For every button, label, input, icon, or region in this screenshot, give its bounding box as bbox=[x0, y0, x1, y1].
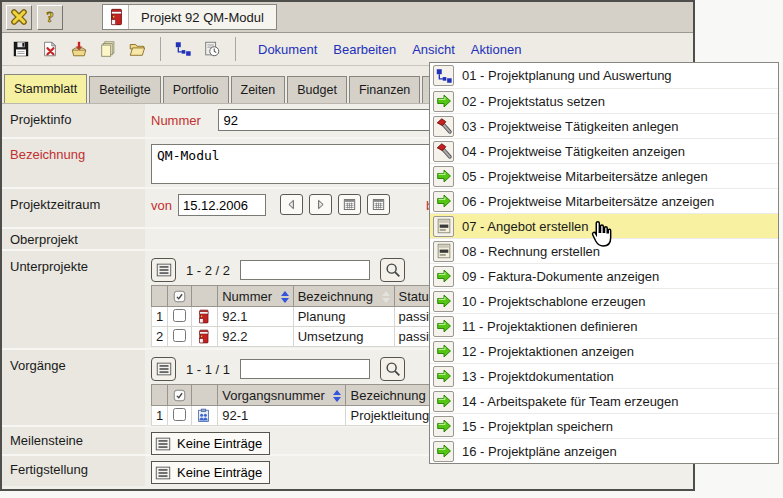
unterprojekte-search-input[interactable] bbox=[240, 260, 370, 280]
vorgaenge-label: Vorgänge bbox=[2, 350, 145, 425]
date-prev-button[interactable] bbox=[280, 194, 303, 215]
menu-ansicht[interactable]: Ansicht bbox=[412, 42, 455, 57]
menu-item-06[interactable]: 06 - Projektweise Mitarbeitersätze anzei… bbox=[430, 188, 778, 213]
fertigstellung-label: Fertigstellung bbox=[2, 456, 145, 486]
delete-document-button[interactable] bbox=[36, 36, 63, 62]
cell-vorgangsnummer[interactable]: 92-1 bbox=[218, 406, 346, 426]
checkbox-header-icon bbox=[172, 388, 187, 403]
tab-portfolio[interactable]: Portfolio bbox=[163, 76, 229, 103]
column-header-nummer[interactable]: Nummer bbox=[218, 286, 293, 307]
history-button[interactable] bbox=[198, 36, 225, 62]
date-next-button[interactable] bbox=[309, 194, 332, 215]
meilensteine-empty-button[interactable]: Keine Einträge bbox=[151, 432, 270, 455]
import-button[interactable] bbox=[65, 36, 92, 62]
close-button[interactable] bbox=[6, 5, 32, 30]
menu-item-label: 13 - Projektdokumentation bbox=[462, 369, 614, 384]
aktionen-dropdown-menu: 01 - Projektplanung und Auswertung 02 - … bbox=[429, 62, 779, 464]
select-all-header[interactable] bbox=[168, 385, 192, 406]
menu-item-07[interactable]: 07 - Angebot erstellen bbox=[430, 213, 778, 238]
menu-item-01[interactable]: 01 - Projektplanung und Auswertung bbox=[430, 63, 778, 88]
copy-icon bbox=[99, 40, 117, 58]
select-all-header[interactable] bbox=[168, 286, 192, 307]
nummer-label: Nummer bbox=[151, 109, 201, 128]
menu-item-13[interactable]: 13 - Projektdokumentation bbox=[430, 363, 778, 388]
save-button[interactable] bbox=[7, 36, 34, 62]
menu-item-12[interactable]: 12 - Projektaktionen anzeigen bbox=[430, 338, 778, 363]
tab-finanzen[interactable]: Finanzen bbox=[349, 76, 420, 103]
row-number: 2 bbox=[152, 327, 168, 347]
cell-nummer[interactable]: 92.2 bbox=[218, 327, 293, 347]
menu-dokument[interactable]: Dokument bbox=[258, 42, 317, 57]
history-icon bbox=[203, 40, 221, 58]
menu-aktionen[interactable]: Aktionen bbox=[471, 42, 522, 57]
vorgaenge-list-button[interactable] bbox=[151, 357, 176, 381]
menu-item-10[interactable]: 10 - Projektschablone erzeugen bbox=[430, 288, 778, 313]
menu-item-label: 03 - Projektweise Tätigkeiten anlegen bbox=[462, 119, 679, 134]
unterprojekte-search-button[interactable] bbox=[380, 258, 405, 282]
menu-bearbeiten[interactable]: Bearbeiten bbox=[333, 42, 396, 57]
green-arrow-icon bbox=[433, 291, 454, 312]
workflow-button[interactable] bbox=[169, 36, 196, 62]
cell-bezeichnung[interactable]: Umsetzung bbox=[293, 327, 394, 347]
arrow-right-icon bbox=[313, 197, 328, 212]
cell-nummer[interactable]: 92.1 bbox=[218, 307, 293, 327]
fertigstellung-empty-button[interactable]: Keine Einträge bbox=[151, 461, 270, 484]
project-binder-icon[interactable] bbox=[192, 327, 218, 347]
row-checkbox[interactable] bbox=[173, 329, 186, 342]
row-checkbox[interactable] bbox=[173, 408, 186, 421]
magnifier-icon bbox=[384, 261, 402, 279]
calendar-button-2[interactable] bbox=[367, 194, 390, 215]
calendar-button-1[interactable] bbox=[338, 194, 361, 215]
green-arrow-icon bbox=[433, 91, 454, 112]
menu-item-label: 05 - Projektweise Mitarbeitersätze anleg… bbox=[462, 169, 708, 184]
menu-item-label: 06 - Projektweise Mitarbeitersätze anzei… bbox=[462, 194, 714, 209]
vorgaenge-search-input[interactable] bbox=[240, 359, 370, 379]
tab-zeiten[interactable]: Zeiten bbox=[231, 76, 286, 103]
menu-item-label: 07 - Angebot erstellen bbox=[462, 219, 588, 234]
menu-item-15[interactable]: 15 - Projektplan speichern bbox=[430, 413, 778, 438]
import-tray-icon bbox=[70, 40, 88, 58]
workflow-icon bbox=[433, 65, 454, 86]
green-arrow-icon bbox=[433, 316, 454, 337]
menu-item-label: 10 - Projektschablone erzeugen bbox=[462, 294, 646, 309]
green-arrow-icon bbox=[433, 341, 454, 362]
row-checkbox[interactable] bbox=[173, 309, 186, 322]
green-arrow-icon bbox=[433, 166, 454, 187]
sort-icon bbox=[281, 291, 289, 303]
tab-stammblatt[interactable]: Stammblatt bbox=[4, 74, 87, 103]
tab-budget[interactable]: Budget bbox=[287, 76, 347, 103]
help-button[interactable] bbox=[37, 5, 63, 30]
von-date-input[interactable] bbox=[178, 194, 266, 216]
open-button[interactable] bbox=[123, 36, 150, 62]
column-header-bezeichnung[interactable]: Bezeichnung bbox=[293, 286, 394, 307]
menu-item-11[interactable]: 11 - Projektaktionen definieren bbox=[430, 313, 778, 338]
green-arrow-icon bbox=[433, 441, 454, 462]
copy-button[interactable] bbox=[94, 36, 121, 62]
screen: Projekt 92 QM-Modul bbox=[0, 0, 783, 498]
menu-item-02[interactable]: 02 - Projektstatus setzen bbox=[430, 88, 778, 113]
green-arrow-icon bbox=[433, 391, 454, 412]
list-icon bbox=[154, 435, 172, 453]
menu-item-09[interactable]: 09 - Faktura-Dokumente anzeigen bbox=[430, 263, 778, 288]
project-binder-icon[interactable] bbox=[192, 307, 218, 327]
task-team-icon[interactable] bbox=[192, 406, 218, 426]
project-binder-icon bbox=[103, 5, 129, 29]
save-icon bbox=[12, 40, 30, 58]
menu-item-label: 04 - Projektweise Tätigkeiten anzeigen bbox=[462, 144, 685, 159]
column-header-vorgangsnummer[interactable]: Vorgangsnummer bbox=[218, 385, 346, 406]
menu-item-05[interactable]: 05 - Projektweise Mitarbeitersätze anleg… bbox=[430, 163, 778, 188]
checkbox-header-icon bbox=[172, 289, 187, 304]
document-tab[interactable]: Projekt 92 QM-Modul bbox=[102, 4, 277, 30]
unterprojekte-list-button[interactable] bbox=[151, 258, 176, 282]
cell-bezeichnung[interactable]: Planung bbox=[293, 307, 394, 327]
menu-item-04[interactable]: 04 - Projektweise Tätigkeiten anzeigen bbox=[430, 138, 778, 163]
bezeichnung-textarea[interactable]: QM-Modul bbox=[151, 144, 436, 184]
menu-item-03[interactable]: 03 - Projektweise Tätigkeiten anlegen bbox=[430, 113, 778, 138]
calendar-icon bbox=[371, 197, 386, 212]
tab-beteiligte[interactable]: Beteiligte bbox=[89, 76, 160, 103]
menu-item-08[interactable]: 08 - Rechnung erstellen bbox=[430, 238, 778, 263]
vorgaenge-search-button[interactable] bbox=[380, 357, 405, 381]
menu-item-14[interactable]: 14 - Arbeitspakete für Team erzeugen bbox=[430, 388, 778, 413]
menu-item-16[interactable]: 16 - Projektpläne anzeigen bbox=[430, 438, 778, 463]
von-label: von bbox=[151, 194, 172, 213]
